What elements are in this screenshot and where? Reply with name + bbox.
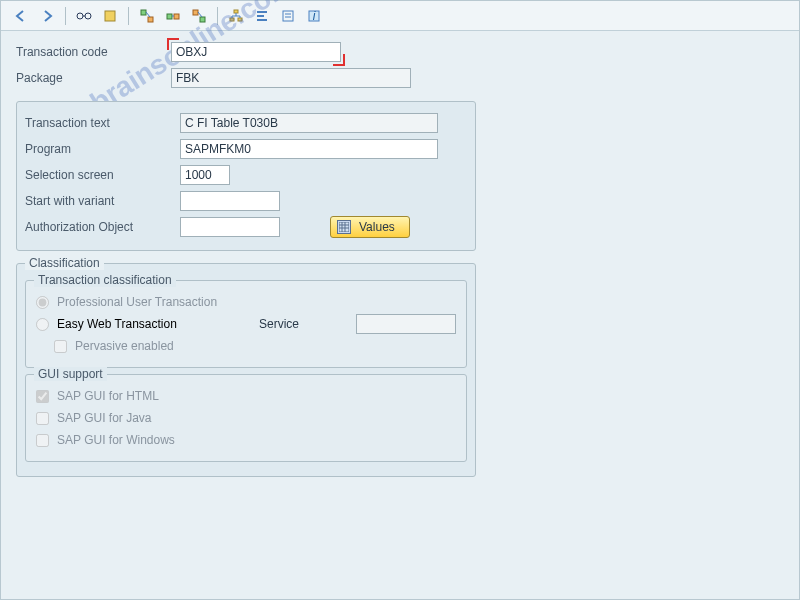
svg-rect-11 [234,10,238,13]
radio-prof[interactable] [36,296,49,309]
check-pervasive-label: Pervasive enabled [75,339,174,353]
info-icon[interactable]: i [304,6,324,26]
svg-rect-9 [193,10,198,15]
where-used-icon[interactable] [163,6,183,26]
tcode-input[interactable] [171,42,341,62]
svg-rect-8 [174,14,179,19]
svg-rect-3 [105,11,115,21]
text-label: Transaction text [25,116,180,130]
svg-rect-10 [200,17,205,22]
selscreen-input[interactable] [180,165,230,185]
svg-rect-4 [141,10,146,15]
program-label: Program [25,142,180,156]
forward-icon[interactable] [37,6,57,26]
svg-rect-26 [339,222,349,232]
table-icon [337,220,351,234]
align-icon[interactable] [252,6,272,26]
check-pervasive[interactable] [54,340,67,353]
selscreen-label: Selection screen [25,168,180,182]
service-input[interactable] [356,314,456,334]
package-input[interactable] [171,68,411,88]
back-icon[interactable] [11,6,31,26]
filter-icon[interactable] [278,6,298,26]
tcode-label: Transaction code [16,45,171,59]
check-gui-html-label: SAP GUI for HTML [57,389,159,403]
authobj-label: Authorization Object [25,220,180,234]
svg-point-0 [77,13,83,19]
svg-rect-5 [148,17,153,22]
svg-rect-7 [167,14,172,19]
svg-rect-13 [238,18,242,21]
svg-rect-12 [230,18,234,21]
gui-title: GUI support [34,367,107,381]
svg-line-6 [146,12,150,17]
check-gui-win[interactable] [36,434,49,447]
svg-rect-21 [283,11,293,21]
service-label: Service [259,317,356,331]
classification-title: Classification [25,256,104,270]
package-label: Package [16,71,171,85]
values-button-label: Values [359,220,395,234]
toolbar: i [1,1,799,31]
authobj-input[interactable] [180,217,280,237]
hierarchy-icon[interactable] [137,6,157,26]
values-button[interactable]: Values [330,216,410,238]
text-input[interactable] [180,113,438,133]
program-input[interactable] [180,139,438,159]
org-icon[interactable] [226,6,246,26]
glasses-icon[interactable] [74,6,94,26]
radio-easy[interactable] [36,318,49,331]
transport-icon[interactable] [189,6,209,26]
radio-easy-label: Easy Web Transaction [57,317,177,331]
execute-icon[interactable] [100,6,120,26]
variant-input[interactable] [180,191,280,211]
radio-prof-label: Professional User Transaction [57,295,217,309]
check-gui-win-label: SAP GUI for Windows [57,433,175,447]
check-gui-java-label: SAP GUI for Java [57,411,151,425]
svg-text:i: i [313,9,316,23]
check-gui-java[interactable] [36,412,49,425]
tclass-title: Transaction classification [34,273,176,287]
variant-label: Start with variant [25,194,180,208]
svg-point-1 [85,13,91,19]
check-gui-html[interactable] [36,390,49,403]
